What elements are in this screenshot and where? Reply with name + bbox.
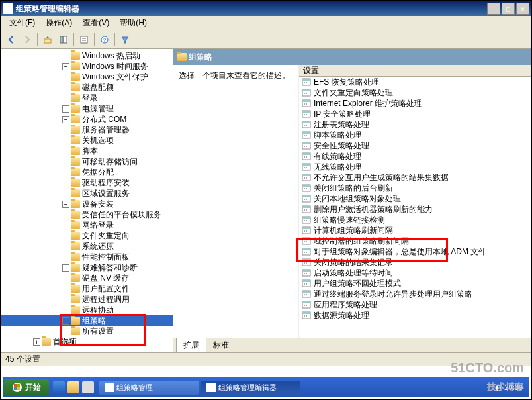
tree-label: 设备安装 xyxy=(82,199,114,210)
setting-item[interactable]: 删除用户激活机器策略刷新的能力 xyxy=(299,204,531,215)
tree-item[interactable]: 用户配置文件 xyxy=(1,283,173,294)
menu-file[interactable]: 文件(F) xyxy=(4,16,40,30)
tree-item[interactable]: +分布式 COM xyxy=(1,114,173,125)
setting-item[interactable]: 通过终端服务登录时允许异步处理用户组策略 xyxy=(299,289,531,299)
tree-item[interactable]: 服务器管理器 xyxy=(1,125,173,135)
expand-toggle[interactable]: + xyxy=(62,264,69,272)
svg-point-87 xyxy=(306,283,307,285)
column-header-setting[interactable]: 设置 xyxy=(299,65,531,77)
tree-item[interactable]: 网络登录 xyxy=(1,220,173,230)
properties-button[interactable] xyxy=(77,32,91,47)
setting-item[interactable]: 文件夹重定向策略处理 xyxy=(299,87,531,98)
tree-item[interactable]: +组策略 xyxy=(1,315,173,326)
svg-point-74 xyxy=(304,252,305,253)
back-button[interactable] xyxy=(4,32,19,47)
tree-item[interactable]: Windows 热启动 xyxy=(1,50,173,61)
setting-item[interactable]: EFS 恢复策略处理 xyxy=(299,77,531,87)
tree-item[interactable]: 登录 xyxy=(1,93,173,103)
setting-item[interactable]: 数据源策略处理 xyxy=(299,310,531,321)
tree-item[interactable]: 脚本 xyxy=(1,146,173,156)
menu-view[interactable]: 查看(V) xyxy=(77,16,114,30)
setting-item[interactable]: 无线策略处理 xyxy=(299,162,531,172)
expand-toggle[interactable]: + xyxy=(62,116,69,123)
tab-standard[interactable]: 标准 xyxy=(206,338,236,352)
tree-item[interactable]: +电源管理 xyxy=(1,103,173,114)
tree-item[interactable]: 远程协助 xyxy=(1,305,173,315)
expand-toggle[interactable]: + xyxy=(62,105,69,113)
expand-toggle[interactable]: + xyxy=(62,201,69,208)
taskbar-item-gpmc[interactable]: 组策略管理 xyxy=(99,381,199,395)
setting-item[interactable]: IP 安全策略处理 xyxy=(299,109,531,119)
ql-ie-icon[interactable] xyxy=(53,381,65,393)
setting-item[interactable]: 计算机组策略刷新间隔 xyxy=(299,225,531,236)
help-button[interactable]: ? xyxy=(97,32,112,47)
filter-button[interactable] xyxy=(118,32,132,47)
svg-point-79 xyxy=(306,262,307,264)
tree-item[interactable]: +Windows 时间服务 xyxy=(1,61,173,72)
svg-rect-37 xyxy=(302,153,310,155)
setting-item[interactable]: 不允许交互用户生成策略的结果集数据 xyxy=(299,172,531,183)
show-hide-button[interactable] xyxy=(56,32,71,47)
expand-toggle[interactable]: + xyxy=(33,338,40,346)
setting-icon xyxy=(302,247,311,256)
setting-item[interactable]: Internet Explorer 维护策略处理 xyxy=(299,98,531,109)
expand-toggle[interactable]: + xyxy=(62,317,69,325)
setting-label: 对于组策略对象编辑器，总是使用本地 ADM 文件 xyxy=(314,246,486,258)
setting-item[interactable]: 用户组策略环回处理模式 xyxy=(299,278,531,289)
setting-item[interactable]: 关闭本地组策略对象处理 xyxy=(299,193,531,204)
menu-action[interactable]: 操作(A) xyxy=(40,16,77,30)
tree-item[interactable]: 关机选项 xyxy=(1,135,173,146)
setting-item[interactable]: 对于组策略对象编辑器，总是使用本地 ADM 文件 xyxy=(299,246,531,257)
up-button[interactable] xyxy=(40,32,55,47)
setting-item[interactable]: 启动策略处理等待时间 xyxy=(299,268,531,278)
tree-item[interactable]: 系统还原 xyxy=(1,241,173,252)
menu-help[interactable]: 帮助(H) xyxy=(114,16,152,30)
setting-icon xyxy=(302,289,311,299)
setting-item[interactable]: 脚本策略处理 xyxy=(299,130,531,140)
setting-icon xyxy=(302,194,311,203)
maximize-button[interactable]: □ xyxy=(502,3,515,15)
start-button[interactable]: 开始 xyxy=(4,379,49,396)
ql-explorer-icon[interactable] xyxy=(67,381,79,393)
tree-item[interactable]: 驱动程序安装 xyxy=(1,177,173,188)
minimize-button[interactable]: _ xyxy=(487,3,500,15)
tree-item[interactable]: 凭据分配 xyxy=(1,167,173,177)
taskbar-item-gpeditor[interactable]: 组策略管理编辑器 xyxy=(201,381,300,395)
setting-item[interactable]: 关闭策略的结果集记录 xyxy=(299,257,531,268)
tree-item[interactable]: 文件夹重定向 xyxy=(1,230,173,241)
tree-item[interactable]: 硬盘 NV 缓存 xyxy=(1,273,173,283)
tree-item[interactable]: 性能控制面板 xyxy=(1,252,173,262)
system-tray[interactable]: ◐ 20:09 xyxy=(490,383,528,392)
svg-text:?: ? xyxy=(103,37,107,43)
tree-item[interactable]: 所有设置 xyxy=(1,326,173,336)
tree-item[interactable]: 可移动存储访问 xyxy=(1,156,173,167)
forward-button[interactable] xyxy=(20,32,34,47)
tree-item[interactable]: +首选项 xyxy=(1,336,173,347)
tree-label: 可移动存储访问 xyxy=(82,156,138,168)
folder-icon xyxy=(71,211,80,219)
tree-item[interactable]: 远程过程调用 xyxy=(1,294,173,305)
tree-item[interactable]: 区域设置服务 xyxy=(1,188,173,199)
tree-item[interactable]: 受信任的平台模块服务 xyxy=(1,209,173,220)
tree-item[interactable]: 磁盘配额 xyxy=(1,82,173,93)
setting-item[interactable]: 应用程序策略处理 xyxy=(299,299,531,310)
folder-icon xyxy=(71,94,80,102)
setting-item[interactable]: 注册表策略处理 xyxy=(299,119,531,130)
tree-panel[interactable]: Windows 热启动+Windows 时间服务Windows 文件保护磁盘配额… xyxy=(1,49,173,352)
tree-item[interactable]: +疑难解答和诊断 xyxy=(1,262,173,273)
ql-desktop-icon[interactable] xyxy=(82,381,94,393)
setting-item[interactable]: 域控制器的组策略刷新间隔 xyxy=(299,236,531,246)
tray-icon[interactable]: ◐ xyxy=(495,383,502,392)
tree-item[interactable]: Windows 文件保护 xyxy=(1,72,173,82)
tree-item[interactable]: +设备安装 xyxy=(1,199,173,209)
expand-toggle[interactable]: + xyxy=(62,63,69,70)
tab-extended[interactable]: 扩展 xyxy=(176,338,206,352)
setting-item[interactable]: 有线策略处理 xyxy=(299,151,531,162)
setting-item[interactable]: 安全性策略处理 xyxy=(299,140,531,151)
setting-item[interactable]: 关闭组策略的后台刷新 xyxy=(299,183,531,193)
setting-item[interactable]: 组策略慢速链接检测 xyxy=(299,215,531,225)
settings-list[interactable]: 设置 EFS 恢复策略处理文件夹重定向策略处理Internet Explorer… xyxy=(299,65,531,338)
close-button[interactable]: × xyxy=(516,3,529,15)
tree-label: 远程协助 xyxy=(82,305,114,316)
svg-rect-85 xyxy=(302,280,310,282)
